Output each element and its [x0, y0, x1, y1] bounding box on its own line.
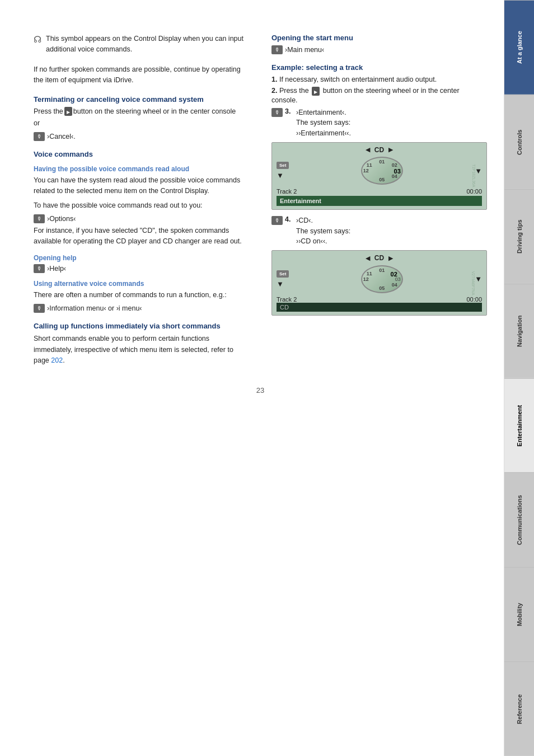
intro-block: ☊ This symbol appears on the Control Dis… — [34, 34, 249, 59]
having-read-cmd: ›Options‹ — [34, 214, 249, 223]
sidebar-tab-label-reference: Reference — [516, 694, 523, 724]
cd-label-2: CD — [374, 254, 384, 262]
cd-header-2: ◀ CD ▶ — [277, 254, 482, 262]
sidebar-tab-mobility[interactable]: Mobility — [504, 567, 534, 661]
left-column: ☊ This symbol appears on the Control Dis… — [34, 34, 249, 369]
cd-track-1: Track 2 — [277, 188, 297, 195]
sidebar-tab-at-a-glance[interactable]: At a glance — [504, 0, 534, 95]
alt-voice-cmd-text: ›Information menu‹ or ›i menu‹ — [47, 304, 142, 312]
terminating-or: or — [34, 118, 249, 129]
sidebar-tab-label-mobility: Mobility — [516, 603, 523, 626]
options-cmd-text: ›Options‹ — [47, 215, 76, 223]
step3-says: The system says: — [296, 118, 351, 128]
dial2-n03: 03 — [395, 276, 401, 282]
cd-footer-1: Entertainment — [277, 196, 482, 206]
dial-n01-1: 01 — [379, 159, 385, 165]
terminating-title: Terminating or canceling voice command s… — [34, 95, 249, 104]
terminating-press: Press the button on the steering wheel o… — [34, 107, 249, 116]
step4-content: ›CD‹. The system says: ››CD on‹‹. — [296, 215, 350, 247]
voice-icon-help — [34, 264, 45, 273]
step2-text: Press the — [279, 87, 309, 95]
cd-down-arrow-2: ▼ — [277, 280, 289, 288]
page-number: 23 — [34, 386, 487, 395]
dial2-n11: 11 — [367, 271, 372, 276]
voice-commands-title: Voice commands — [34, 150, 249, 158]
sidebar-tab-label-entertainment: Entertainment — [516, 405, 523, 446]
cd-dial-1: 01 02 03 04 05 11 12 — [292, 156, 471, 186]
cd-right-arrow-1: ▶ — [388, 146, 393, 153]
step3-cmd: ›Entertainment‹. — [296, 107, 351, 118]
sidebar-tab-controls[interactable]: Controls — [504, 95, 534, 189]
main-menu-cmd: ›Main menu‹ — [271, 45, 487, 54]
cd-set-btn-1: Set — [277, 162, 289, 169]
dial2-n01: 01 — [379, 267, 385, 273]
short-commands-text: Short commands enable you to perform cer… — [34, 334, 249, 366]
voice-icon-step3 — [271, 108, 283, 117]
sidebar-tab-label-controls: Controls — [516, 129, 523, 154]
press-text2: button on the steering wheel or in the c… — [73, 107, 236, 115]
sidebar-tab-reference[interactable]: Reference — [504, 661, 534, 756]
cd-track-2: Track 2 — [277, 296, 297, 303]
dial-n04-1: 04 — [392, 173, 397, 179]
button-icon — [64, 107, 72, 116]
sidebar-tab-communications[interactable]: Communications — [504, 472, 534, 567]
opening-start-title: Opening the start menu — [271, 34, 487, 42]
right-column: Opening the start menu ›Main menu‹ Examp… — [271, 34, 487, 369]
cd-right-arrow-2: ▶ — [388, 255, 393, 262]
dial-n11-1: 11 — [367, 162, 372, 168]
sidebar-tab-driving-tips[interactable]: Driving tips — [504, 189, 534, 284]
voice-symbol: ☊ — [34, 34, 41, 46]
dial2-n04: 04 — [392, 282, 397, 288]
voice-icon-step4 — [271, 216, 283, 225]
step3-response: ››Entertainment‹‹. — [296, 128, 351, 139]
help-cmd: ›Help‹ — [34, 264, 249, 273]
cd-time-1: 00:00 — [466, 188, 482, 195]
step3-content: ›Entertainment‹. The system says: ››Ente… — [296, 107, 351, 139]
watermark-1: T2P18ZL36A — [472, 165, 476, 187]
step-2: 2. Press the button on the steering whee… — [271, 86, 487, 104]
dial-circle-2: 01 02 03 04 05 11 12 — [361, 265, 403, 293]
cd-set-btn-2: Set — [277, 270, 289, 278]
step4-says: The system says: — [296, 226, 350, 237]
sidebar-tab-label-at-a-glance: At a glance — [516, 31, 523, 64]
dial-circle-1: 01 02 03 04 05 11 12 — [361, 157, 403, 185]
help-cmd-text: ›Help‹ — [47, 265, 66, 273]
dial-n02-1: 02 — [392, 162, 397, 168]
sidebar-tab-label-navigation: Navigation — [516, 315, 523, 346]
cd-track-row-2: Track 2 00:00 — [277, 296, 482, 303]
step-1: 1. If necessary, switch on entertainment… — [271, 75, 487, 83]
cd-footer-2: CD — [277, 303, 482, 312]
cd-left-arrow-2: ◀ — [366, 255, 370, 262]
sidebar-tab-navigation[interactable]: Navigation — [504, 284, 534, 378]
dial-n05-1: 05 — [379, 177, 385, 182]
intro-text: This symbol appears on the Control Displ… — [46, 34, 249, 55]
alt-voice-title: Using alternative voice commands — [34, 280, 249, 288]
press-text: Press the — [34, 107, 63, 115]
sidebar-tab-label-communications: Communications — [516, 495, 523, 545]
having-read-eg: For instance, if you have selected "CD",… — [34, 226, 249, 247]
terminating-cmd: ›Cancel‹. — [34, 132, 249, 141]
step4-num: 4. — [285, 215, 294, 223]
cd-label-1: CD — [374, 146, 384, 154]
cancel-cmd-text: ›Cancel‹. — [47, 133, 76, 140]
alt-voice-text: There are often a number of commands to … — [34, 290, 249, 300]
sidebar-tab-label-driving-tips: Driving tips — [516, 219, 523, 253]
page-link[interactable]: 202 — [51, 356, 63, 364]
voice-icon-cancel — [34, 132, 45, 141]
cd-time-2: 00:00 — [466, 296, 482, 303]
step-3-row: 3. ›Entertainment‹. The system says: ››E… — [271, 107, 487, 139]
alt-voice-cmd: ›Information menu‹ or ›i menu‹ — [34, 304, 249, 313]
watermark-2: V2T9A6F7NA — [471, 271, 475, 295]
dial2-n05: 05 — [379, 285, 385, 291]
sidebar-tab-entertainment[interactable]: Entertainment — [504, 378, 534, 473]
cd-display-2: ◀ CD ▶ Set ▼ 01 02 03 04 — [271, 250, 487, 316]
voice-icon-alt — [34, 304, 45, 313]
example-title: Example: selecting a track — [271, 63, 487, 72]
step4-cmd: ›CD‹. — [296, 215, 350, 226]
cd-down-arrow-r2: ▼ — [475, 275, 482, 283]
step-4-row: 4. ›CD‹. The system says: ››CD on‹‹. — [271, 215, 487, 247]
opening-help-title: Opening help — [34, 254, 249, 262]
short-commands-title: Calling up functions immediately via sho… — [34, 322, 249, 330]
dial-n12-1: 12 — [363, 168, 369, 173]
step3-num: 3. — [285, 107, 294, 115]
